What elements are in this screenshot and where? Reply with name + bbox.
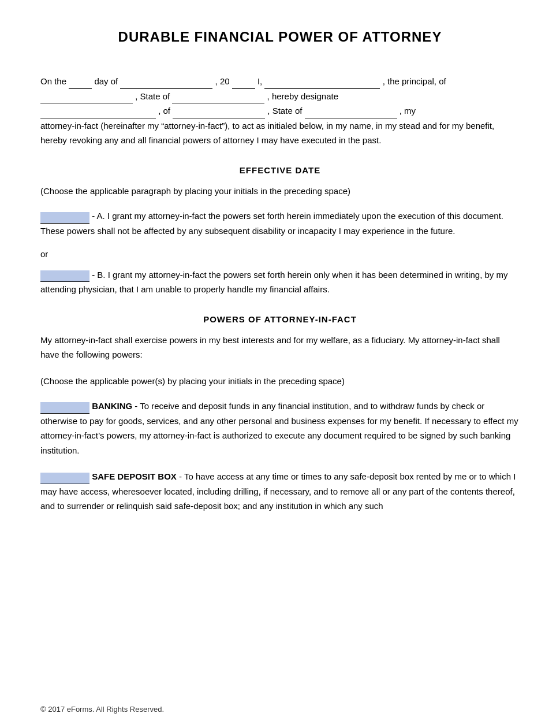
my-text: , my: [400, 106, 416, 116]
safe-deposit-block: SAFE DEPOSIT BOX - To have access at any…: [40, 469, 520, 514]
attorney-state-field[interactable]: [305, 108, 397, 118]
hereby-designate-text: , hereby designate: [267, 91, 338, 101]
option-a-block: - A. I grant my attorney-in-fact the pow…: [40, 209, 520, 238]
state-of-1-text: , State of: [135, 91, 172, 101]
attorney-name-field[interactable]: [40, 108, 156, 118]
safe-deposit-label: SAFE DEPOSIT BOX: [92, 471, 177, 481]
on-the-text: On the: [40, 76, 66, 86]
day-of-text: day of: [94, 76, 120, 86]
intro-paragraph: On the day of , 20 I, , the principal, o…: [40, 74, 520, 148]
option-b-text: - B. I grant my attorney-in-fact the pow…: [40, 270, 508, 295]
comma-20-text: , 20: [215, 76, 230, 86]
i-text: I,: [257, 76, 265, 86]
the-principal-text: , the principal, of: [383, 76, 446, 86]
option-a-text: - A. I grant my attorney-in-fact the pow…: [40, 211, 503, 236]
principal-city-field[interactable]: [40, 93, 133, 103]
banking-block: BANKING - To receive and deposit funds i…: [40, 399, 520, 458]
powers-intro: My attorney-in-fact shall exercise power…: [40, 333, 520, 362]
powers-heading: POWERS OF ATTORNEY-IN-FACT: [40, 314, 520, 324]
principal-name-field[interactable]: [264, 79, 380, 89]
or-text: or: [40, 247, 520, 262]
option-b-block: - B. I grant my attorney-in-fact the pow…: [40, 268, 520, 297]
initials-field-b[interactable]: [40, 270, 89, 282]
state-of-2-text: , State of: [267, 106, 304, 116]
day-field[interactable]: [69, 79, 92, 89]
powers-note: (Choose the applicable power(s) by placi…: [40, 374, 520, 389]
effective-date-heading: EFFECTIVE DATE: [40, 165, 520, 175]
initials-field-safe-deposit[interactable]: [40, 473, 89, 484]
banking-label: BANKING: [92, 401, 132, 411]
attorney-remainder-text: attorney-in-fact (hereinafter my “attorn…: [40, 121, 494, 146]
initials-field-banking[interactable]: [40, 402, 89, 414]
document-title: DURABLE FINANCIAL POWER OF ATTORNEY: [40, 29, 520, 45]
year-field[interactable]: [232, 79, 255, 89]
initials-field-a[interactable]: [40, 212, 89, 224]
footer-copyright: © 2017 eForms. All Rights Reserved.: [40, 705, 164, 714]
month-field[interactable]: [120, 79, 212, 89]
attorney-city-field[interactable]: [173, 108, 265, 118]
effective-date-note: (Choose the applicable paragraph by plac…: [40, 184, 520, 199]
of-2-text: , of: [158, 106, 173, 116]
principal-state-field[interactable]: [172, 93, 264, 103]
